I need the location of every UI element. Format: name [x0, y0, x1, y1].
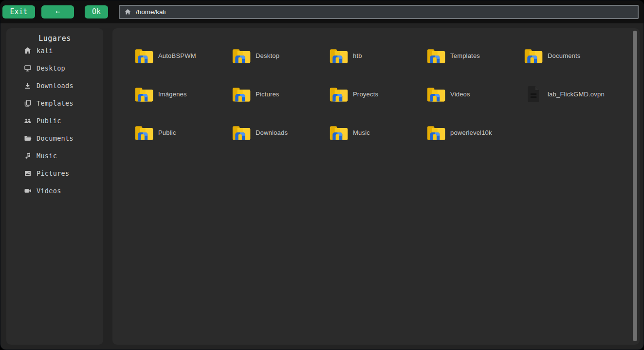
back-button[interactable]: ←: [41, 5, 74, 18]
sidebar-title: Lugares: [6, 28, 103, 41]
file-item-label: htb: [353, 52, 362, 59]
home-icon: [125, 9, 131, 15]
folder-icon: [134, 124, 154, 141]
home-icon: [24, 47, 32, 55]
sidebar-item-label: Public: [37, 117, 61, 125]
scrollbar-thumb[interactable]: [633, 31, 637, 341]
sidebar-item-public[interactable]: Public: [6, 112, 103, 129]
folder-icon: [524, 47, 543, 64]
file-item-autobspwm[interactable]: AutoBSPWM: [134, 46, 232, 65]
path-field: [119, 5, 639, 19]
file-item-label: Videos: [450, 91, 470, 98]
download-icon: [24, 82, 32, 90]
folder-icon: [232, 124, 251, 141]
file-grid: AutoBSPWM Desktop htb Templates Document…: [112, 28, 640, 161]
music-icon: [24, 152, 32, 160]
sidebar-item-label: Pictures: [37, 169, 69, 177]
folder-icon: [426, 47, 446, 64]
file-item-label: Desktop: [256, 52, 279, 59]
file-item-downloads[interactable]: Downloads: [232, 123, 329, 142]
sidebar-item-kali[interactable]: kali: [6, 42, 103, 59]
sidebar-item-label: Music: [37, 152, 57, 160]
file-item-label: Proyects: [353, 91, 378, 98]
file-item-label: AutoBSPWM: [158, 52, 196, 59]
sidebar-item-downloads[interactable]: Downloads: [6, 77, 103, 94]
sidebar-item-music[interactable]: Music: [6, 147, 103, 165]
folder-icon: [232, 85, 251, 103]
video-icon: [24, 187, 32, 195]
file-item-label: Downloads: [256, 129, 288, 136]
sidebar-item-videos[interactable]: Videos: [6, 182, 103, 200]
sidebar-list: kali Desktop Downloads Templates Public …: [6, 41, 103, 200]
folder-icon: [426, 124, 446, 141]
folder-icon: [134, 47, 154, 64]
file-item-videos[interactable]: Videos: [426, 84, 524, 104]
sidebar-item-label: Templates: [37, 99, 74, 107]
ok-button[interactable]: Ok: [85, 5, 108, 18]
sidebar-item-label: Desktop: [37, 64, 65, 72]
file-item-pictures[interactable]: Pictures: [232, 84, 329, 104]
file-item-label: powerlevel10k: [450, 129, 492, 136]
file-item-label: lab_FlickGMD.ovpn: [548, 91, 605, 98]
file-item-label: Pictures: [256, 91, 279, 98]
image-icon: [24, 169, 32, 177]
file-browser-panel: AutoBSPWM Desktop htb Templates Document…: [112, 28, 640, 345]
sidebar-item-pictures[interactable]: Pictures: [6, 165, 103, 182]
file-dialog-window: Exit ← Ok Lugares kali Desktop Downloads…: [0, 0, 644, 350]
sidebar-item-templates[interactable]: Templates: [6, 94, 103, 112]
file-item-label: Documents: [548, 52, 581, 59]
folder-open-icon: [24, 134, 32, 142]
sidebar-item-label: kali: [37, 47, 53, 55]
folder-icon: [329, 85, 349, 103]
display-icon: [24, 64, 32, 72]
file-item-label: Imágenes: [158, 91, 187, 98]
sidebar-item-label: Videos: [37, 187, 61, 195]
file-item-im-genes[interactable]: Imágenes: [134, 84, 232, 104]
folder-icon: [426, 85, 446, 103]
file-item-documents[interactable]: Documents: [524, 46, 621, 65]
folder-icon: [329, 124, 349, 141]
file-item-public[interactable]: Public: [134, 123, 232, 142]
file-item-desktop[interactable]: Desktop: [232, 46, 329, 65]
file-item-label: Music: [353, 129, 370, 136]
exit-button[interactable]: Exit: [2, 5, 35, 18]
file-item-templates[interactable]: Templates: [426, 46, 524, 65]
sidebar-item-label: Documents: [37, 134, 74, 142]
toolbar: Exit ← Ok: [0, 0, 644, 23]
places-sidebar: Lugares kali Desktop Downloads Templates…: [6, 28, 103, 345]
sidebar-item-label: Downloads: [37, 82, 74, 90]
file-item-label: Templates: [450, 52, 480, 59]
path-input[interactable]: [136, 8, 633, 16]
file-icon: [524, 85, 543, 103]
file-item-lab-flickgmd-ovpn[interactable]: lab_FlickGMD.ovpn: [524, 84, 621, 104]
copy-icon: [24, 99, 32, 107]
file-item-powerlevel10k[interactable]: powerlevel10k: [426, 123, 524, 142]
sidebar-item-desktop[interactable]: Desktop: [6, 59, 103, 77]
file-item-proyects[interactable]: Proyects: [329, 84, 426, 104]
folder-icon: [134, 85, 154, 103]
file-item-htb[interactable]: htb: [329, 46, 426, 65]
folder-icon: [232, 47, 251, 64]
file-item-music[interactable]: Music: [329, 123, 426, 142]
folder-icon: [329, 47, 349, 64]
file-item-label: Public: [158, 129, 176, 136]
sidebar-item-documents[interactable]: Documents: [6, 129, 103, 147]
users-icon: [24, 117, 32, 125]
